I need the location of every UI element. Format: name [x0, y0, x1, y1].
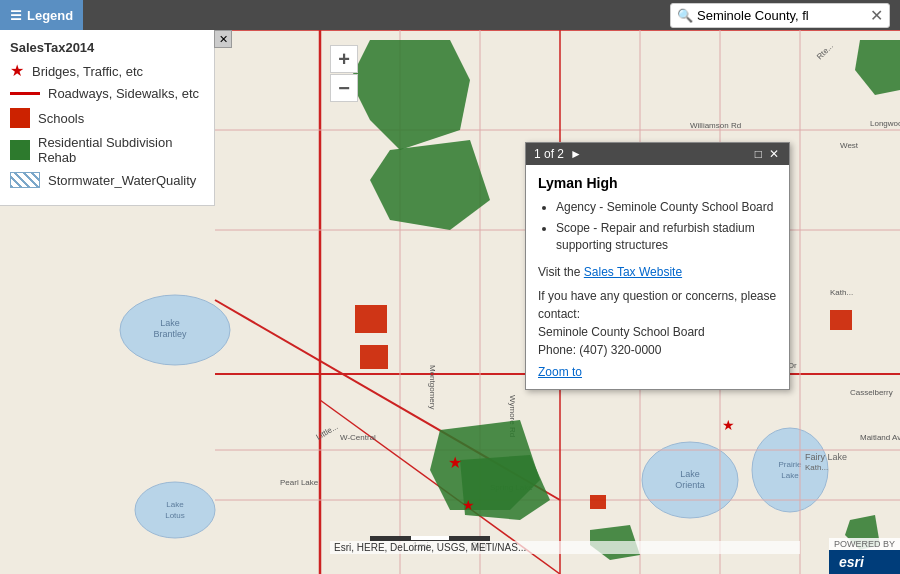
legend-item-residential: Residential Subdivision Rehab [10, 135, 204, 165]
svg-text:Lake: Lake [781, 471, 799, 480]
svg-text:Lake: Lake [680, 469, 700, 479]
legend-title: SalesTax2014 [10, 40, 204, 55]
legend-icon: ☰ [10, 8, 22, 23]
svg-text:W-Central: W-Central [340, 433, 376, 442]
svg-text:Longwood Rd: Longwood Rd [870, 119, 900, 128]
zoom-in-button[interactable]: + [330, 45, 358, 73]
zoom-out-button[interactable]: − [330, 74, 358, 102]
svg-rect-50 [360, 345, 388, 369]
popup-contact-text: If you have any question or concerns, pl… [538, 287, 777, 359]
svg-text:★: ★ [722, 417, 735, 433]
popup-maximize-button[interactable]: □ [753, 147, 764, 161]
popup-org: Seminole County School Board [538, 325, 705, 339]
legend-label-stormwater: Stormwater_WaterQuality [48, 173, 196, 188]
residential-icon [10, 140, 30, 160]
svg-text:Lake: Lake [166, 500, 184, 509]
close-icon: ✕ [219, 33, 228, 46]
search-clear-button[interactable]: ✕ [870, 6, 883, 25]
legend-close-button[interactable]: ✕ [214, 30, 232, 48]
legend-button[interactable]: ☰ Legend [0, 0, 83, 30]
svg-text:Orienta: Orienta [675, 480, 705, 490]
svg-rect-49 [355, 305, 387, 333]
svg-text:Casselberry: Casselberry [850, 388, 893, 397]
popup-navigation: 1 of 2 ► [534, 147, 584, 161]
popup-title: Lyman High [538, 175, 777, 191]
stormwater-icon [10, 172, 40, 188]
sales-tax-link[interactable]: Sales Tax Website [584, 265, 682, 279]
legend-button-label: Legend [27, 8, 73, 23]
legend-label-bridges: Bridges, Traffic, etc [32, 64, 143, 79]
zoom-controls: + − [330, 45, 358, 102]
star-icon: ★ [10, 63, 24, 79]
popup-bullets-list: Agency - Seminole County School Board Sc… [556, 199, 777, 253]
map-attribution: Esri, HERE, DeLorme, USGS, METI/NAS... [330, 541, 800, 554]
legend-item-stormwater: Stormwater_WaterQuality [10, 172, 204, 188]
svg-point-4 [135, 482, 215, 538]
esri-branding: POWERED BY esri [829, 538, 900, 574]
legend-label-residential: Residential Subdivision Rehab [38, 135, 204, 165]
svg-text:Fairy Lake: Fairy Lake [805, 452, 847, 462]
svg-text:Brantley: Brantley [153, 329, 187, 339]
svg-text:★: ★ [462, 497, 475, 513]
zoom-to-link[interactable]: Zoom to [538, 365, 777, 379]
schools-icon [10, 108, 30, 128]
legend-panel: SalesTax2014 ★ Bridges, Traffic, etc Roa… [0, 30, 215, 206]
svg-text:Lake: Lake [160, 318, 180, 328]
popup-close-button[interactable]: ✕ [767, 147, 781, 161]
svg-text:Prairie: Prairie [778, 460, 802, 469]
svg-text:Kath...: Kath... [830, 288, 853, 297]
svg-text:Kath...: Kath... [805, 463, 828, 472]
search-container[interactable]: 🔍 ✕ [670, 3, 890, 28]
svg-text:Williamson Rd: Williamson Rd [690, 121, 741, 130]
popup-controls: □ ✕ [753, 147, 781, 161]
search-input[interactable] [697, 8, 870, 23]
line-icon [10, 92, 40, 95]
legend-item-bridges: ★ Bridges, Traffic, etc [10, 63, 204, 79]
popup-counter: 1 of 2 [534, 147, 564, 161]
svg-text:Montgomery: Montgomery [428, 365, 437, 409]
popup-next-button[interactable]: ► [568, 147, 584, 161]
legend-item-roadways: Roadways, Sidewalks, etc [10, 86, 204, 101]
popup-visit-text: Visit the Sales Tax Website [538, 263, 777, 281]
info-popup: 1 of 2 ► □ ✕ Lyman High Agency - Seminol… [525, 142, 790, 390]
popup-body: Lyman High Agency - Seminole County Scho… [526, 165, 789, 389]
svg-text:Pearl Lake: Pearl Lake [280, 478, 319, 487]
popup-header: 1 of 2 ► □ ✕ [526, 143, 789, 165]
legend-label-schools: Schools [38, 111, 84, 126]
svg-text:West: West [840, 141, 859, 150]
svg-text:★: ★ [448, 454, 462, 471]
popup-bullet-2: Scope - Repair and refurbish stadium sup… [556, 220, 777, 254]
esri-logo: esri [829, 550, 900, 574]
svg-text:Lotus: Lotus [165, 511, 185, 520]
search-icon: 🔍 [677, 8, 693, 23]
svg-text:Maitland Av: Maitland Av [860, 433, 900, 442]
powered-by-label: POWERED BY [829, 538, 900, 550]
popup-bullet-1: Agency - Seminole County School Board [556, 199, 777, 216]
svg-rect-53 [590, 495, 606, 509]
popup-phone: Phone: (407) 320-0000 [538, 343, 661, 357]
legend-label-roadways: Roadways, Sidewalks, etc [48, 86, 199, 101]
svg-rect-51 [830, 310, 852, 330]
top-bar: ☰ Legend 🔍 ✕ [0, 0, 900, 30]
legend-item-schools: Schools [10, 108, 204, 128]
